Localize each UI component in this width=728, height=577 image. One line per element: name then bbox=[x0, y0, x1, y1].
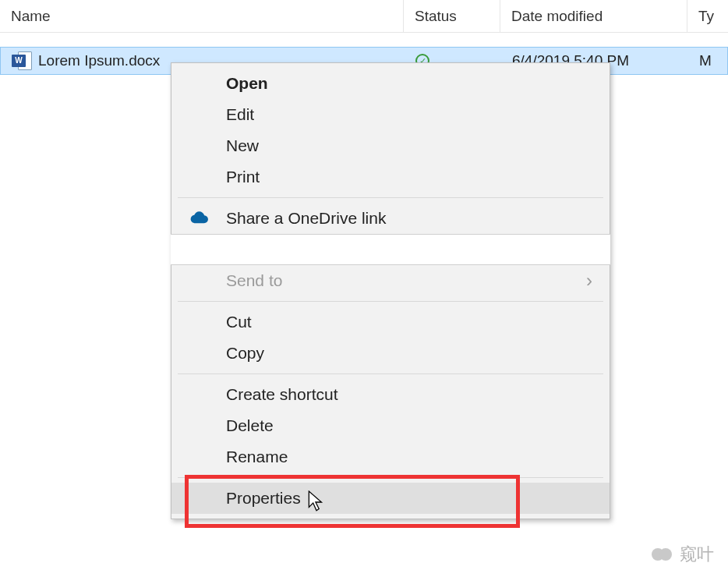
watermark: 窥叶 bbox=[652, 543, 714, 566]
menu-item-label: New bbox=[226, 136, 259, 155]
menu-separator bbox=[178, 373, 603, 374]
menu-item-send-to[interactable]: Send to› bbox=[171, 265, 610, 296]
menu-item-edit[interactable]: Edit bbox=[171, 99, 610, 130]
menu-item-properties[interactable]: Properties bbox=[171, 483, 610, 514]
menu-separator bbox=[178, 477, 603, 478]
menu-item-label: Copy bbox=[226, 344, 264, 363]
watermark-text: 窥叶 bbox=[680, 543, 714, 566]
menu-item-label: Print bbox=[226, 168, 260, 186]
onedrive-icon bbox=[189, 210, 210, 227]
menu-item-create-shortcut[interactable]: Create shortcut bbox=[171, 379, 610, 410]
menu-separator bbox=[178, 197, 603, 198]
menu-item-new[interactable]: New bbox=[171, 130, 610, 161]
chevron-right-icon: › bbox=[586, 270, 592, 292]
menu-item-label: Properties bbox=[226, 489, 301, 508]
column-header-status[interactable]: Status bbox=[404, 0, 500, 32]
column-header-row: Name Status Date modified Ty bbox=[0, 0, 728, 33]
watermark-icon bbox=[652, 547, 672, 562]
menu-item-cut[interactable]: Cut bbox=[171, 306, 610, 338]
column-header-date[interactable]: Date modified bbox=[500, 0, 687, 32]
menu-item-label: Rename bbox=[226, 448, 288, 466]
menu-item-label: Share a OneDrive link bbox=[226, 209, 386, 228]
menu-item-label: Create shortcut bbox=[226, 385, 338, 404]
menu-separator bbox=[178, 301, 603, 302]
menu-item-rename[interactable]: Rename bbox=[171, 441, 610, 473]
menu-item-open[interactable]: Open bbox=[171, 68, 610, 99]
menu-item-label: Send to bbox=[226, 271, 282, 290]
menu-item-print[interactable]: Print bbox=[171, 161, 610, 193]
file-type: M bbox=[688, 52, 727, 69]
menu-item-copy[interactable]: Copy bbox=[171, 338, 610, 369]
column-header-name[interactable]: Name bbox=[0, 0, 404, 32]
menu-cutaway bbox=[171, 234, 610, 265]
context-menu: OpenEditNewPrintShare a OneDrive linkSen… bbox=[171, 62, 610, 519]
file-name: Lorem Ipsum.docx bbox=[38, 52, 160, 69]
menu-item-delete[interactable]: Delete bbox=[171, 410, 610, 441]
column-header-type[interactable]: Ty bbox=[687, 0, 728, 32]
word-doc-icon: W bbox=[12, 51, 32, 70]
menu-item-label: Delete bbox=[226, 416, 274, 435]
menu-item-label: Edit bbox=[226, 105, 254, 124]
menu-item-label: Open bbox=[226, 74, 268, 93]
menu-item-share-a-onedrive-link[interactable]: Share a OneDrive link bbox=[171, 203, 610, 234]
menu-item-label: Cut bbox=[226, 313, 252, 331]
